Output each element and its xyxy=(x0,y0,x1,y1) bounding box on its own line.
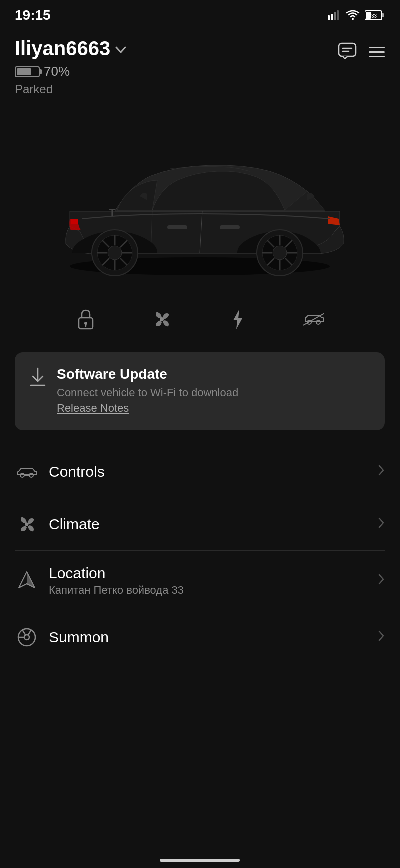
home-indicator xyxy=(160,859,240,862)
battery-bar-indicator xyxy=(15,66,40,77)
update-content: Software Update Connect vehicle to Wi-Fi… xyxy=(57,366,238,416)
download-icon xyxy=(29,367,47,391)
battery-icon: 33 xyxy=(365,10,385,21)
vehicle-name-row[interactable]: Iliyan6663 xyxy=(15,37,126,60)
svg-rect-15 xyxy=(168,225,188,229)
battery-percent: 70% xyxy=(44,64,70,79)
steering-wheel-icon xyxy=(15,625,39,649)
summon-menu-item[interactable]: Summon xyxy=(15,611,385,663)
climate-quick-button[interactable] xyxy=(149,306,175,332)
header-right xyxy=(338,42,385,61)
location-subtitle: Капитан Петко войвода 33 xyxy=(49,584,368,597)
location-chevron-icon xyxy=(378,574,385,588)
vehicle-name: Iliyan6663 xyxy=(15,37,110,60)
roadside-button[interactable] xyxy=(301,306,327,332)
location-menu-item[interactable]: Location Капитан Петко войвода 33 xyxy=(15,551,385,611)
hamburger-line-1 xyxy=(369,47,385,48)
controls-title: Controls xyxy=(49,463,368,480)
svg-point-52 xyxy=(26,522,29,526)
bolt-icon xyxy=(225,306,251,332)
location-arrow-icon xyxy=(15,569,39,593)
controls-content: Controls xyxy=(49,463,368,480)
status-icons: 33 xyxy=(328,10,385,21)
climate-menu-item[interactable]: Climate xyxy=(15,498,385,551)
menu-button[interactable] xyxy=(369,47,385,57)
status-time: 19:15 xyxy=(15,7,51,23)
update-description: Connect vehicle to Wi-Fi to download Rel… xyxy=(57,385,238,416)
svg-rect-2 xyxy=(334,12,336,20)
svg-rect-16 xyxy=(220,225,240,229)
release-notes-link[interactable]: Release Notes xyxy=(57,402,129,414)
svg-point-4 xyxy=(352,18,354,20)
controls-menu-item[interactable]: Controls xyxy=(15,446,385,498)
climate-fan-icon xyxy=(15,512,39,536)
fan-icon xyxy=(149,306,175,332)
chat-button[interactable] xyxy=(338,42,357,61)
battery-fill xyxy=(17,68,32,75)
service-icon xyxy=(301,306,327,332)
menu-list: Controls Climate xyxy=(0,446,400,663)
location-content: Location Капитан Петко войвода 33 xyxy=(49,565,368,597)
svg-rect-3 xyxy=(337,10,339,20)
summon-content: Summon xyxy=(49,629,368,646)
svg-line-57 xyxy=(22,630,26,635)
header-left: Iliyan6663 70% Parked xyxy=(15,37,126,96)
update-title: Software Update xyxy=(57,366,238,382)
status-bar: 19:15 33 xyxy=(0,0,400,27)
car-image: T xyxy=(30,111,370,281)
svg-line-56 xyxy=(28,630,32,635)
hamburger-line-3 xyxy=(369,56,385,57)
controls-chevron-icon xyxy=(378,465,385,479)
climate-chevron-icon xyxy=(378,517,385,531)
lock-icon xyxy=(73,306,99,332)
parked-status: Parked xyxy=(15,82,126,96)
chevron-down-icon[interactable] xyxy=(116,44,126,57)
signal-icon xyxy=(328,10,341,20)
climate-content: Climate xyxy=(49,516,368,533)
car-image-area: T xyxy=(0,101,400,291)
quick-controls xyxy=(0,291,400,352)
svg-point-30 xyxy=(273,246,287,260)
charge-button[interactable] xyxy=(225,306,251,332)
climate-title: Climate xyxy=(49,516,368,533)
controls-car-icon xyxy=(15,460,39,484)
header: Iliyan6663 70% Parked xyxy=(0,27,400,101)
summon-chevron-icon xyxy=(378,630,385,644)
svg-rect-7 xyxy=(366,12,371,19)
wifi-icon xyxy=(346,10,360,21)
svg-rect-0 xyxy=(328,15,330,20)
summon-title: Summon xyxy=(49,629,368,646)
svg-text:33: 33 xyxy=(372,13,378,19)
software-update-card[interactable]: Software Update Connect vehicle to Wi-Fi… xyxy=(15,352,385,430)
svg-point-19 xyxy=(108,246,122,260)
update-desc-text: Connect vehicle to Wi-Fi to download xyxy=(57,386,238,399)
battery-row: 70% xyxy=(15,64,126,79)
lock-button[interactable] xyxy=(73,306,99,332)
svg-rect-6 xyxy=(382,13,384,17)
svg-point-54 xyxy=(24,635,30,640)
svg-rect-9 xyxy=(339,43,356,56)
hamburger-line-2 xyxy=(369,51,385,53)
location-title: Location xyxy=(49,565,368,582)
svg-rect-1 xyxy=(331,14,333,20)
